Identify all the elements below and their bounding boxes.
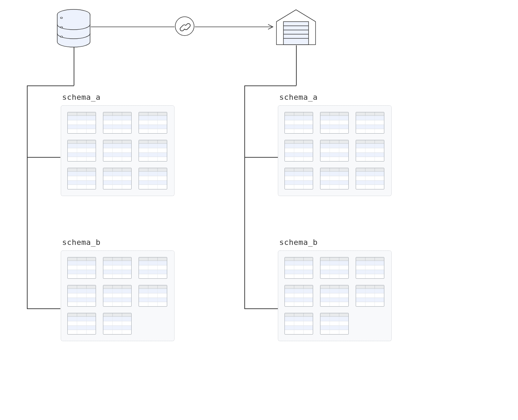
- table-icon: [103, 257, 132, 279]
- table-icon: [320, 257, 349, 279]
- svg-rect-6: [283, 22, 309, 45]
- target-schema-a-label: schema_a: [279, 93, 318, 102]
- source-schema-a-container: [61, 105, 175, 196]
- target-branch-vertical: [244, 85, 245, 309]
- table-icon: [284, 285, 313, 307]
- table-icon: [103, 140, 132, 162]
- source-schema-a-conn: [27, 157, 60, 158]
- source-schema-b-label: schema_b: [62, 238, 101, 247]
- source-schema-b-container: [61, 250, 175, 341]
- svg-point-11: [175, 17, 194, 36]
- table-icon: [320, 285, 349, 307]
- table-icon: [67, 285, 96, 307]
- source-branch-horizontal: [27, 85, 74, 86]
- table-icon: [320, 313, 349, 335]
- target-schema-b-conn: [244, 308, 278, 309]
- table-icon: [67, 257, 96, 279]
- target-schema-a-container: [278, 105, 392, 196]
- warehouse-icon: [275, 8, 317, 46]
- table-icon: [103, 112, 132, 134]
- table-icon: [139, 257, 167, 279]
- target-schema-b-label: schema_b: [279, 238, 318, 247]
- svg-point-3: [60, 17, 62, 18]
- database-icon: [57, 9, 91, 47]
- table-icon: [320, 140, 349, 162]
- table-icon: [139, 140, 167, 162]
- table-icon: [103, 313, 132, 335]
- target-branch-horizontal: [244, 85, 296, 86]
- table-icon: [320, 168, 349, 189]
- table-icon: [284, 112, 313, 134]
- table-icon: [139, 168, 167, 189]
- target-trunk-line: [296, 45, 297, 85]
- table-icon: [139, 112, 167, 134]
- table-icon: [356, 257, 384, 279]
- svg-point-4: [60, 27, 62, 28]
- source-schema-a-label: schema_a: [62, 93, 101, 102]
- source-trunk-line: [74, 47, 74, 85]
- table-icon: [67, 168, 96, 189]
- table-icon: [67, 112, 96, 134]
- source-link-arrow: [91, 23, 178, 30]
- link-icon: [175, 16, 195, 36]
- source-schema-b-conn: [27, 308, 60, 309]
- diagram-root: schema_a schema_b schema_a schema_b: [0, 0, 518, 420]
- table-icon: [139, 285, 167, 307]
- table-icon: [103, 168, 132, 189]
- table-icon: [103, 285, 132, 307]
- source-branch-vertical: [27, 85, 28, 309]
- table-icon: [67, 140, 96, 162]
- link-target-arrow: [195, 23, 282, 30]
- table-icon: [284, 168, 313, 189]
- table-icon: [67, 313, 96, 335]
- target-schema-b-container: [278, 250, 392, 341]
- table-icon: [284, 257, 313, 279]
- table-icon: [284, 313, 313, 335]
- table-icon: [356, 112, 384, 134]
- table-icon: [356, 285, 384, 307]
- table-icon: [356, 140, 384, 162]
- svg-point-5: [60, 36, 62, 37]
- table-icon: [320, 112, 349, 134]
- table-icon: [356, 168, 384, 189]
- target-schema-a-conn: [244, 157, 278, 158]
- table-icon: [284, 140, 313, 162]
